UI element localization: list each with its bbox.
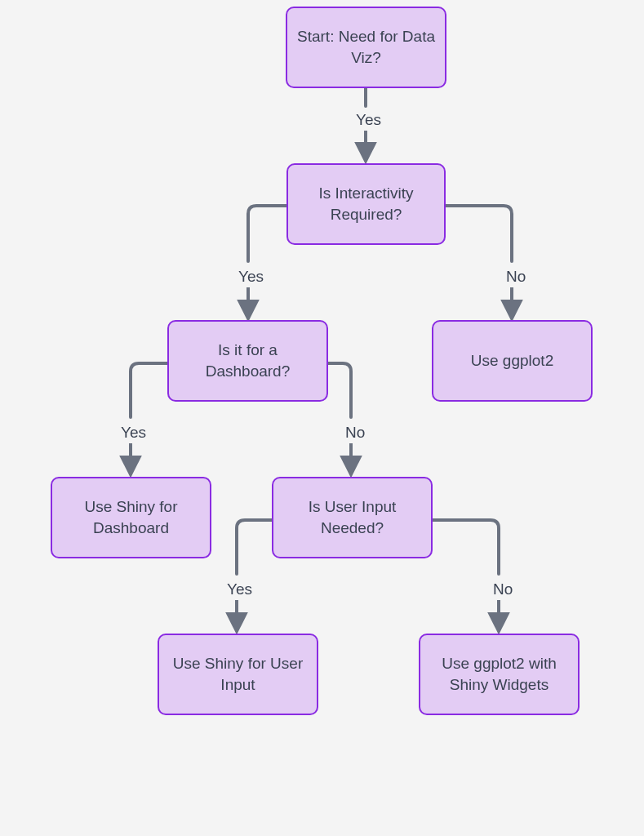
edge-dashboard-no (328, 363, 351, 417)
edge-label-interact-yes: Yes (235, 266, 267, 287)
node-use-shiny-dashboard: Use Shiny for Dashboard (51, 477, 211, 558)
node-use-ggplot-widgets: Use ggplot2 with Shiny Widgets (419, 634, 580, 715)
edge-userinput-no (433, 520, 499, 574)
edge-interact-no (446, 206, 512, 261)
edge-label-dashboard-no: No (342, 422, 368, 443)
edge-interact-yes (248, 206, 286, 261)
node-dashboard-question: Is it for a Dashboard? (167, 320, 328, 402)
edge-label-dashboard-yes: Yes (118, 422, 149, 443)
edge-dashboard-yes (131, 363, 167, 417)
node-interactivity: Is Interactivity Required? (286, 163, 446, 245)
node-use-ggplot: Use ggplot2 (432, 320, 593, 402)
edge-userinput-yes (237, 520, 272, 574)
edge-label-userinput-yes: Yes (224, 579, 255, 600)
edge-label-interact-no: No (503, 266, 529, 287)
node-user-input-question: Is User Input Needed? (272, 477, 433, 558)
node-start: Start: Need for Data Viz? (286, 7, 446, 88)
edge-label-start-yes: Yes (353, 109, 384, 131)
node-use-shiny-user-input: Use Shiny for User Input (158, 634, 318, 715)
edge-label-userinput-no: No (490, 579, 516, 600)
